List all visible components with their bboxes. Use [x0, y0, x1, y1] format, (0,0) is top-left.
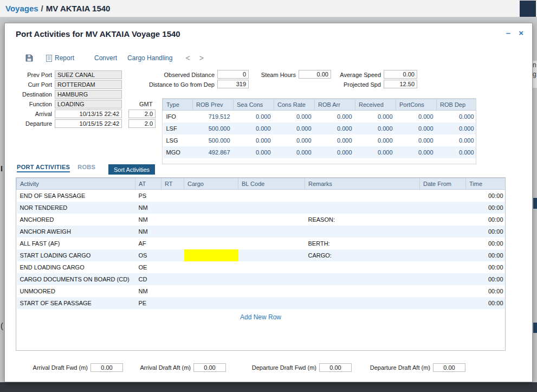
- breadcrumb-voyages-link[interactable]: Voyages: [5, 4, 38, 13]
- activity-cell[interactable]: [161, 202, 184, 214]
- activity-cell[interactable]: [161, 249, 184, 261]
- destination-field[interactable]: HAMBURG: [55, 90, 122, 99]
- activity-cell[interactable]: [238, 261, 305, 273]
- rob-cell[interactable]: 0.000: [396, 111, 437, 123]
- activity-cell[interactable]: START LOADING CARGO: [17, 249, 135, 261]
- rob-cell[interactable]: 0.000: [234, 123, 274, 134]
- rob-cell[interactable]: 0.000: [315, 146, 355, 158]
- activity-cell[interactable]: UNMOORED: [17, 285, 135, 297]
- rob-cell[interactable]: LSF: [163, 123, 193, 134]
- rob-cell[interactable]: 0.000: [274, 123, 315, 134]
- activity-cell[interactable]: [184, 285, 238, 297]
- activity-cell[interactable]: 00:00: [466, 190, 506, 202]
- activity-cell[interactable]: [161, 261, 184, 273]
- activity-cell[interactable]: 00:00: [466, 285, 506, 297]
- activity-cell[interactable]: [184, 226, 238, 237]
- activity-cell[interactable]: [305, 226, 420, 237]
- convert-button[interactable]: Convert: [94, 54, 117, 62]
- activity-cell[interactable]: CARGO DOCUMENTS ON BOARD (CD): [17, 273, 135, 285]
- save-button[interactable]: [25, 54, 33, 62]
- activity-cell[interactable]: [184, 249, 238, 261]
- activity-cell[interactable]: [305, 273, 420, 285]
- activity-cell[interactable]: PS: [135, 190, 161, 202]
- activity-cell[interactable]: 00:00: [466, 226, 506, 237]
- activity-cell[interactable]: 00:00: [466, 261, 506, 273]
- activity-cell[interactable]: NM: [135, 214, 161, 226]
- function-field[interactable]: LOADING: [55, 100, 122, 108]
- activity-cell[interactable]: ALL FAST (AF): [17, 237, 135, 249]
- rob-cell[interactable]: 500.000: [193, 134, 234, 146]
- rob-cell[interactable]: IFO: [163, 111, 193, 123]
- activity-cell[interactable]: ANCHORED: [17, 214, 135, 226]
- activity-cell[interactable]: [420, 273, 466, 285]
- arrival-draft-aft-field[interactable]: 0.00: [193, 363, 226, 372]
- activity-cell[interactable]: [305, 190, 420, 202]
- activity-cell[interactable]: 00:00: [466, 249, 506, 261]
- sort-activities-button[interactable]: Sort Activities: [108, 164, 155, 175]
- activity-cell[interactable]: [420, 297, 466, 309]
- activity-cell[interactable]: [420, 237, 466, 249]
- activity-cell[interactable]: [420, 214, 466, 226]
- average-speed-field[interactable]: 0.00: [384, 70, 417, 79]
- tab-port-activities[interactable]: PORT ACTIVITIES: [17, 164, 70, 172]
- rob-cell[interactable]: 0.000: [396, 146, 437, 158]
- activity-cell[interactable]: END LOADING CARGO: [17, 261, 135, 273]
- activity-cell[interactable]: [161, 273, 184, 285]
- prev-port-field[interactable]: SUEZ CANAL: [55, 70, 122, 79]
- activity-cell[interactable]: REASON:: [305, 214, 420, 226]
- activity-cell[interactable]: PE: [135, 297, 161, 309]
- rob-cell[interactable]: 0.000: [437, 111, 477, 123]
- activity-cell[interactable]: 00:00: [466, 297, 506, 309]
- activity-cell[interactable]: [184, 202, 238, 214]
- curr-port-field[interactable]: ROTTERDAM: [55, 80, 122, 89]
- activity-cell[interactable]: [184, 214, 238, 226]
- departure-gmt-field[interactable]: 2.0: [128, 119, 156, 128]
- activity-cell[interactable]: [238, 273, 305, 285]
- activity-cell[interactable]: 00:00: [466, 214, 506, 226]
- arrival-draft-fwd-field[interactable]: 0.00: [90, 363, 123, 372]
- activity-cell[interactable]: [238, 202, 305, 214]
- activity-cell[interactable]: [161, 190, 184, 202]
- rob-cell[interactable]: 0.000: [274, 111, 315, 123]
- rob-cell[interactable]: 0.000: [234, 134, 274, 146]
- activity-cell[interactable]: AF: [135, 237, 161, 249]
- activity-cell[interactable]: [184, 237, 238, 249]
- activity-cell[interactable]: [238, 297, 305, 309]
- activity-cell[interactable]: OE: [135, 261, 161, 273]
- rob-cell[interactable]: 0.000: [315, 123, 355, 134]
- arrival-field[interactable]: 10/13/15 22:42: [55, 110, 122, 118]
- activity-cell[interactable]: [420, 285, 466, 297]
- activity-cell[interactable]: [420, 249, 466, 261]
- activity-cell[interactable]: NM: [135, 226, 161, 237]
- departure-draft-aft-field[interactable]: 0.00: [433, 363, 465, 372]
- activity-cell[interactable]: [420, 190, 466, 202]
- activity-cell[interactable]: [305, 202, 420, 214]
- activity-cell[interactable]: NM: [135, 285, 161, 297]
- activity-cell[interactable]: NM: [135, 202, 161, 214]
- activity-cell[interactable]: [161, 214, 184, 226]
- distance-to-go-field[interactable]: 319: [217, 80, 249, 88]
- activity-cell[interactable]: [161, 237, 184, 249]
- projected-speed-field[interactable]: 12.50: [384, 80, 417, 88]
- activity-cell[interactable]: [184, 261, 238, 273]
- activity-cell[interactable]: [238, 249, 305, 261]
- activity-cell[interactable]: [238, 237, 305, 249]
- tab-robs[interactable]: ROBS: [77, 164, 95, 170]
- rob-cell[interactable]: 0.000: [234, 146, 274, 158]
- activity-cell[interactable]: [305, 297, 420, 309]
- activity-cell[interactable]: CARGO:: [305, 249, 420, 261]
- activity-cell[interactable]: [420, 261, 466, 273]
- rob-cell[interactable]: 0.000: [396, 123, 437, 134]
- activity-cell[interactable]: 00:00: [466, 202, 506, 214]
- activity-cell[interactable]: [305, 285, 420, 297]
- rob-cell[interactable]: 0.000: [355, 111, 396, 123]
- activity-cell[interactable]: OS: [135, 249, 161, 261]
- rob-cell[interactable]: 0.000: [355, 134, 396, 146]
- cargo-handling-button[interactable]: Cargo Handling: [127, 54, 172, 62]
- rob-cell[interactable]: 492.867: [193, 146, 234, 158]
- rob-cell[interactable]: 0.000: [437, 123, 477, 134]
- activity-cell[interactable]: [238, 285, 305, 297]
- activity-cell[interactable]: [238, 190, 305, 202]
- activity-cell[interactable]: [161, 297, 184, 309]
- rob-cell[interactable]: LSG: [163, 134, 193, 146]
